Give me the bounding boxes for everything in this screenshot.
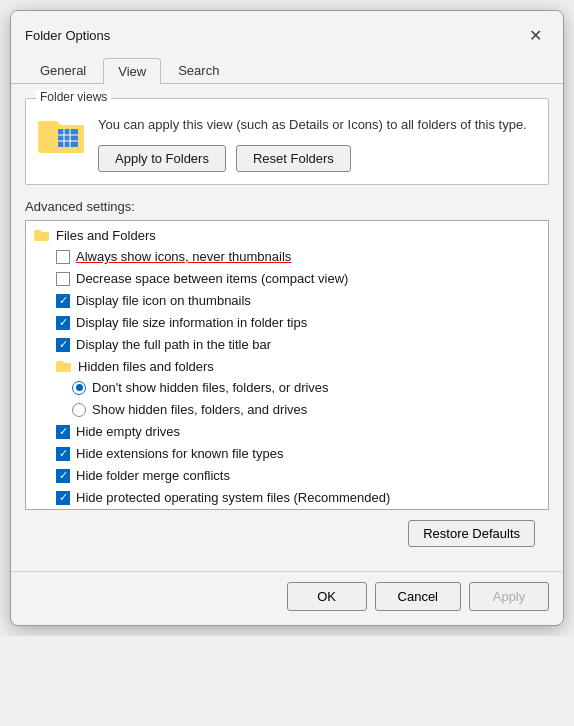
folder-views-info: You can apply this view (such as Details…	[98, 115, 527, 172]
setting-display-file-size[interactable]: ✓ Display file size information in folde…	[28, 312, 546, 334]
checkbox-display-file-icon[interactable]: ✓	[56, 294, 70, 308]
setting-launch-folder-windows[interactable]: Launch folder windows in a separate proc…	[28, 509, 546, 510]
label-display-full-path: Display the full path in the title bar	[76, 337, 271, 352]
reset-folders-button[interactable]: Reset Folders	[236, 145, 351, 172]
radio-show-hidden[interactable]	[72, 403, 86, 417]
label-hide-protected-os-files: Hide protected operating system files (R…	[76, 490, 390, 505]
folder-views-label: Folder views	[36, 90, 111, 104]
dialog-title: Folder Options	[25, 28, 110, 43]
folder-icon	[38, 115, 86, 155]
checkbox-display-file-size[interactable]: ✓	[56, 316, 70, 330]
setting-always-show-icons[interactable]: Always show icons, never thumbnails	[28, 246, 546, 268]
svg-rect-7	[56, 363, 71, 372]
action-bar: OK Cancel Apply	[11, 571, 563, 625]
setting-display-full-path[interactable]: ✓ Display the full path in the title bar	[28, 334, 546, 356]
tab-view[interactable]: View	[103, 58, 161, 84]
label-hide-folder-merge: Hide folder merge conflicts	[76, 468, 230, 483]
checkbox-display-full-path[interactable]: ✓	[56, 338, 70, 352]
setting-decrease-space[interactable]: Decrease space between items (compact vi…	[28, 268, 546, 290]
apply-button[interactable]: Apply	[469, 582, 549, 611]
setting-hide-empty-drives[interactable]: ✓ Hide empty drives	[28, 421, 546, 443]
setting-dont-show-hidden[interactable]: Don't show hidden files, folders, or dri…	[28, 377, 546, 399]
group-text-files-folders: Files and Folders	[56, 228, 156, 243]
setting-show-hidden[interactable]: Show hidden files, folders, and drives	[28, 399, 546, 421]
cancel-button[interactable]: Cancel	[375, 582, 461, 611]
label-hide-extensions: Hide extensions for known file types	[76, 446, 283, 461]
tab-general[interactable]: General	[25, 57, 101, 83]
close-button[interactable]: ✕	[521, 21, 549, 49]
tab-bar: General View Search	[11, 49, 563, 84]
restore-defaults-bar: Restore Defaults	[25, 510, 549, 557]
checkbox-always-show-icons[interactable]	[56, 250, 70, 264]
advanced-settings-list[interactable]: Files and Folders Always show icons, nev…	[25, 220, 549, 510]
advanced-settings-label: Advanced settings:	[25, 199, 549, 214]
apply-to-folders-button[interactable]: Apply to Folders	[98, 145, 226, 172]
label-display-file-size: Display file size information in folder …	[76, 315, 307, 330]
folder-options-dialog: Folder Options ✕ General View Search Fol…	[10, 10, 564, 626]
title-bar: Folder Options ✕	[11, 11, 563, 49]
svg-rect-1	[58, 129, 78, 147]
files-and-folders-header: Files and Folders	[28, 225, 546, 246]
checkbox-hide-protected-os-files[interactable]: ✓	[56, 491, 70, 505]
folder-views-description: You can apply this view (such as Details…	[98, 115, 527, 135]
setting-display-file-icon[interactable]: ✓ Display file icon on thumbnails	[28, 290, 546, 312]
restore-defaults-button[interactable]: Restore Defaults	[408, 520, 535, 547]
label-show-hidden: Show hidden files, folders, and drives	[92, 402, 307, 417]
checkbox-decrease-space[interactable]	[56, 272, 70, 286]
hidden-files-folders-header: Hidden files and folders	[28, 356, 546, 377]
svg-rect-6	[34, 232, 49, 241]
checkbox-hide-empty-drives[interactable]: ✓	[56, 425, 70, 439]
folder-small-icon	[34, 228, 50, 242]
settings-items-container: Files and Folders Always show icons, nev…	[26, 221, 548, 510]
label-dont-show-hidden: Don't show hidden files, folders, or dri…	[92, 380, 329, 395]
label-always-show-icons: Always show icons, never thumbnails	[76, 249, 291, 264]
ok-button[interactable]: OK	[287, 582, 367, 611]
checkbox-hide-extensions[interactable]: ✓	[56, 447, 70, 461]
tab-search[interactable]: Search	[163, 57, 234, 83]
radio-dont-show-hidden[interactable]	[72, 381, 86, 395]
folder-views-actions: Apply to Folders Reset Folders	[98, 145, 527, 172]
setting-hide-folder-merge[interactable]: ✓ Hide folder merge conflicts	[28, 465, 546, 487]
setting-hide-extensions[interactable]: ✓ Hide extensions for known file types	[28, 443, 546, 465]
folder-views-content: You can apply this view (such as Details…	[38, 115, 536, 172]
group-text-hidden-files: Hidden files and folders	[78, 359, 214, 374]
folder-views-group: Folder views	[25, 98, 549, 185]
label-hide-empty-drives: Hide empty drives	[76, 424, 180, 439]
checkbox-hide-folder-merge[interactable]: ✓	[56, 469, 70, 483]
folder-small-icon-hidden	[56, 359, 72, 373]
label-decrease-space: Decrease space between items (compact vi…	[76, 271, 348, 286]
tab-content-view: Folder views	[11, 84, 563, 571]
label-display-file-icon: Display file icon on thumbnails	[76, 293, 251, 308]
setting-hide-protected-os-files[interactable]: ✓ Hide protected operating system files …	[28, 487, 546, 509]
